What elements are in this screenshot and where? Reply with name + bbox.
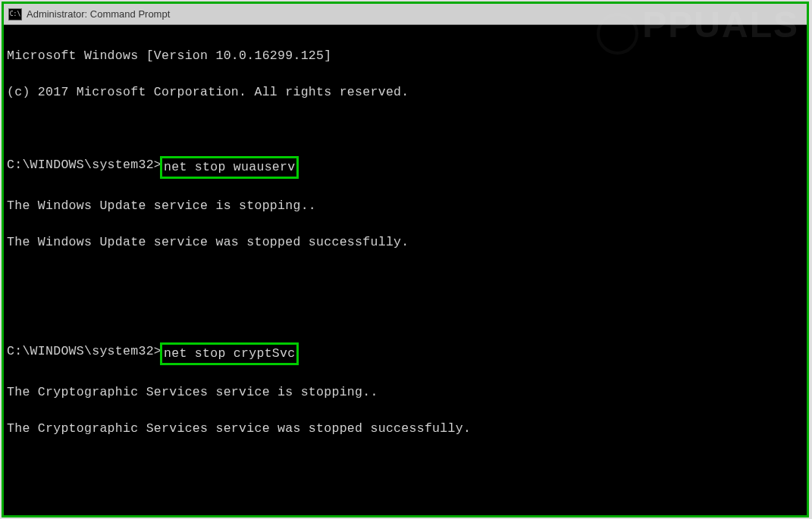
output-line: The Windows Update service was stopped s… <box>7 233 804 252</box>
titlebar[interactable]: C:\ Administrator: Command Prompt <box>4 4 807 25</box>
blank-line <box>7 120 804 138</box>
cmd-icon: C:\ <box>8 8 22 20</box>
blank-line <box>7 306 804 324</box>
output-line: The Cryptographic Services service was s… <box>7 420 804 438</box>
terminal-area[interactable]: Microsoft Windows [Version 10.0.16299.12… <box>4 25 807 515</box>
command-line: C:\WINDOWS\system32>net stop wuauserv <box>7 156 804 179</box>
cmd-icon-text: C:\ <box>10 11 20 17</box>
blank-line <box>7 270 804 288</box>
blank-line <box>7 492 804 511</box>
command-text: net stop wuauserv <box>164 160 295 174</box>
command-highlight: net stop wuauserv <box>160 156 299 179</box>
prompt: C:\WINDOWS\system32> <box>7 342 161 361</box>
command-text: net stop cryptSvc <box>164 346 295 361</box>
prompt: C:\WINDOWS\system32> <box>7 156 161 174</box>
output-line: The Cryptographic Services service is st… <box>7 383 804 402</box>
copyright-line: (c) 2017 Microsoft Corporation. All righ… <box>7 83 804 102</box>
command-line: C:\WINDOWS\system32>net stop cryptSvc <box>7 342 804 365</box>
window-title: Administrator: Command Prompt <box>27 8 170 20</box>
blank-line <box>7 456 804 474</box>
header-line: Microsoft Windows [Version 10.0.16299.12… <box>7 47 804 65</box>
window-frame: C:\ Administrator: Command Prompt PPUALS… <box>2 2 809 517</box>
output-line: The Windows Update service is stopping.. <box>7 197 804 215</box>
command-highlight: net stop cryptSvc <box>160 342 299 365</box>
